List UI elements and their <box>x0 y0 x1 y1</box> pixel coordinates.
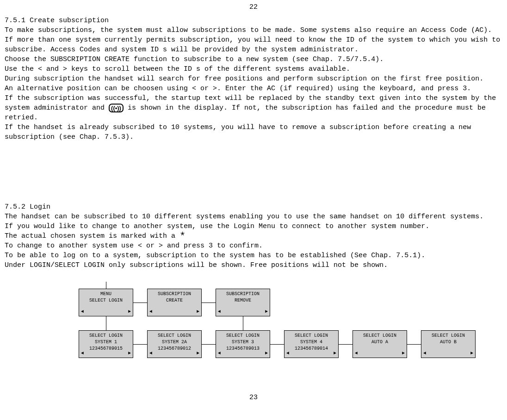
s2-p3a: The actual chosen system is marked with … <box>5 232 179 240</box>
section-751-title: 7.5.1 Create subscription <box>5 16 502 25</box>
screen-line: SELECT LOGIN <box>353 333 407 339</box>
left-arrow-icon: ◄ <box>81 309 84 315</box>
screen-line: SELECT LOGIN <box>79 333 133 339</box>
s1-p3: Use the < and > keys to scroll between t… <box>5 64 502 74</box>
left-arrow-icon: ◄ <box>218 309 221 315</box>
right-arrow-icon: ► <box>402 350 405 357</box>
left-arrow-icon: ◄ <box>218 350 221 357</box>
page-number-top: 22 <box>5 2 502 12</box>
screen-line: MENU <box>79 291 133 297</box>
screen-line: SYSTEM 1 <box>79 339 133 346</box>
screen-sys1: SELECT LOGIN SYSTEM 1 123456789015 ◄► <box>79 330 133 358</box>
right-arrow-icon: ► <box>334 350 336 357</box>
star-icon: * <box>179 235 185 239</box>
left-arrow-icon: ◄ <box>355 350 358 357</box>
left-arrow-icon: ◄ <box>423 350 426 357</box>
right-arrow-icon: ► <box>197 309 199 315</box>
screen-line: SYSTEM 2A <box>148 339 201 346</box>
screen-line: AUTO A <box>353 339 407 346</box>
screen-remove: SUBSCRIPTION REMOVE ◄► <box>216 289 270 316</box>
left-arrow-icon: ◄ <box>81 350 84 357</box>
s2-p2: If you would like to change to another s… <box>5 222 502 231</box>
section-752-title: 7.5.2 Login <box>5 202 502 212</box>
left-arrow-icon: ◄ <box>286 350 289 357</box>
right-arrow-icon: ► <box>197 350 199 357</box>
right-arrow-icon: ► <box>128 350 131 357</box>
right-arrow-icon: ► <box>265 350 268 357</box>
screen-line: SUBSCRIPTION <box>148 291 201 297</box>
screen-sys4: SELECT LOGIN SYSTEM 4 123456789014 ◄► <box>284 330 339 358</box>
screen-line: SELECT LOGIN <box>284 333 338 339</box>
screen-autoa: SELECT LOGIN AUTO A ◄► <box>352 330 407 358</box>
screen-autob: SELECT LOGIN AUTO B ◄► <box>421 330 476 358</box>
right-arrow-icon: ► <box>470 350 473 357</box>
right-arrow-icon: ► <box>265 309 268 315</box>
screen-line: AUTO B <box>421 339 475 346</box>
screen-menu: MENU SELECT LOGIN ◄► <box>79 289 133 316</box>
s2-p1: The handset can be subscribed to 10 diff… <box>5 212 502 222</box>
s1-p6: If the subscription was successful, the … <box>5 93 502 123</box>
left-arrow-icon: ◄ <box>149 309 152 315</box>
s1-p2: Choose the SUBSCRIPTION CREATE function … <box>5 55 502 64</box>
s2-p3: The actual chosen system is marked with … <box>5 231 502 241</box>
screen-line: SYSTEM 3 <box>216 339 270 346</box>
s2-p6: Under LOGIN/SELECT LOGIN only subscripti… <box>5 260 502 270</box>
screen-sys2a: SELECT LOGIN SYSTEM 2A 123456789012 ◄► <box>147 330 202 358</box>
menu-diagram: MENU SELECT LOGIN ◄► SUBSCRIPTION CREATE… <box>79 282 502 383</box>
screen-line: REMOVE <box>216 297 270 304</box>
s1-p5: An alternative position can be choosen u… <box>5 84 502 93</box>
screen-line: SELECT LOGIN <box>148 333 201 339</box>
page-number-bottom: 23 <box>5 393 502 402</box>
screen-line: SUBSCRIPTION <box>216 291 270 297</box>
screen-line: CREATE <box>148 297 201 304</box>
screen-line: SELECT LOGIN <box>216 333 270 339</box>
right-arrow-icon: ► <box>128 309 131 315</box>
screen-create: SUBSCRIPTION CREATE ◄► <box>147 289 202 316</box>
screen-sys3: SELECT LOGIN SYSTEM 3 123456789013 ◄► <box>216 330 270 358</box>
s1-p4: During subscription the handset will sea… <box>5 74 502 84</box>
signal-icon: ((•)) <box>109 104 124 112</box>
screen-line: SELECT LOGIN <box>421 333 475 339</box>
s2-p5: To be able to log on to a system, subscr… <box>5 251 502 260</box>
s1-p1: To make subscriptions, the system must a… <box>5 25 502 55</box>
screen-line: SYSTEM 4 <box>284 339 338 346</box>
screen-line: SELECT LOGIN <box>79 297 133 304</box>
s1-p7: If the handset is already subscribed to … <box>5 123 502 142</box>
left-arrow-icon: ◄ <box>149 350 152 357</box>
s2-p4: To change to another system use < or > a… <box>5 241 502 251</box>
